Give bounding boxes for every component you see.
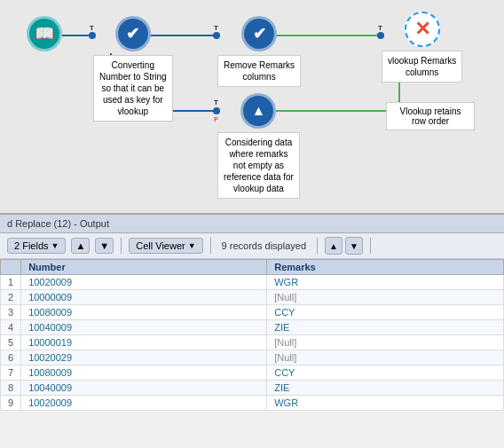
nav-arrows: ▲ ▼ bbox=[325, 237, 363, 255]
cell-viewer-down-icon: ▼ bbox=[188, 241, 196, 250]
cell-remarks: WGR bbox=[267, 275, 504, 290]
table-row: 110020009WGR bbox=[1, 275, 504, 290]
triangle-label: Considering datawhere remarksnot empty a… bbox=[217, 132, 300, 199]
check2-icon: ✔ bbox=[241, 16, 277, 51]
book-node[interactable]: 📖 bbox=[27, 16, 62, 51]
data-table: Number Remarks 110020009WGR210000009[Nul… bbox=[0, 259, 504, 411]
cell-viewer-label: Cell Viewer bbox=[136, 240, 185, 251]
cell-number: 10040009 bbox=[21, 381, 267, 396]
divider3 bbox=[317, 238, 318, 254]
cell-viewer-button[interactable]: Cell Viewer ▼ bbox=[129, 238, 202, 254]
divider1 bbox=[121, 238, 122, 254]
col-header-number: Number bbox=[21, 260, 267, 275]
vlookup-icon: ✕ bbox=[405, 12, 440, 47]
cell-number: 10020009 bbox=[21, 275, 267, 290]
table-row: 510000019[Null] bbox=[1, 335, 504, 350]
cell-id: 7 bbox=[1, 365, 21, 381]
fields-down-icon: ▼ bbox=[51, 241, 59, 250]
cell-number: 10080009 bbox=[21, 365, 267, 381]
table-row: 610020029[Null] bbox=[1, 350, 504, 365]
cell-id: 6 bbox=[1, 350, 21, 365]
output-panel: d Replace (12) - Output 2 Fields ▼ ▲ ▼ C… bbox=[0, 213, 504, 411]
vlookup-label: vlookup Remarkscolumns bbox=[382, 51, 462, 83]
table-row: 810040009ZIE bbox=[1, 381, 504, 396]
fields-down-button[interactable]: ▼ bbox=[95, 238, 114, 254]
cell-remarks: CCY bbox=[267, 305, 504, 320]
toolbar: 2 Fields ▼ ▲ ▼ Cell Viewer ▼ 9 records d… bbox=[0, 233, 504, 259]
data-table-container: Number Remarks 110020009WGR210000009[Nul… bbox=[0, 259, 504, 411]
cell-id: 4 bbox=[1, 320, 21, 335]
cell-number: 10020029 bbox=[21, 350, 267, 365]
table-row: 910020009WGR bbox=[1, 396, 504, 411]
cell-id: 3 bbox=[1, 305, 21, 320]
fields-button[interactable]: 2 Fields ▼ bbox=[7, 238, 66, 254]
check2-label: Remove Remarkscolumns bbox=[217, 55, 301, 87]
check1-node[interactable]: ✔ ConvertingNumber to Stringso that it c… bbox=[93, 16, 173, 122]
cell-id: 5 bbox=[1, 335, 21, 350]
nav-up-button[interactable]: ▲ bbox=[325, 237, 343, 255]
workflow-canvas: 📖 T ✔ ConvertingNumber to Stringso that … bbox=[0, 0, 504, 213]
cell-number: 10080009 bbox=[21, 305, 267, 320]
cell-id: 2 bbox=[1, 290, 21, 305]
check1-icon: ✔ bbox=[115, 16, 151, 51]
cell-id: 1 bbox=[1, 275, 21, 290]
cell-remarks: ZIE bbox=[267, 381, 504, 396]
cell-remarks: [Null] bbox=[267, 350, 504, 365]
cell-remarks: CCY bbox=[267, 365, 504, 381]
check2-node[interactable]: ✔ Remove Remarkscolumns bbox=[217, 16, 301, 87]
triangle-icon: ▲ bbox=[240, 93, 276, 129]
static-label-box: Vlookup retainsrow order bbox=[386, 102, 475, 130]
vlookup-node[interactable]: ✕ vlookup Remarkscolumns bbox=[382, 12, 462, 83]
output-title: d Replace (12) - Output bbox=[7, 218, 109, 229]
records-count: 9 records displayed bbox=[222, 240, 306, 251]
cell-number: 10020009 bbox=[21, 396, 267, 411]
table-row: 210000009[Null] bbox=[1, 290, 504, 305]
nav-down-button[interactable]: ▼ bbox=[345, 237, 363, 255]
records-number: 9 bbox=[222, 240, 227, 251]
col-header-id bbox=[1, 260, 21, 275]
check1-label: ConvertingNumber to Stringso that it can… bbox=[93, 55, 173, 122]
divider4 bbox=[370, 238, 371, 254]
cell-remarks: ZIE bbox=[267, 320, 504, 335]
table-row: 310080009CCY bbox=[1, 305, 504, 320]
table-row: 410040009ZIE bbox=[1, 320, 504, 335]
cell-remarks: [Null] bbox=[267, 290, 504, 305]
output-header: d Replace (12) - Output bbox=[0, 215, 504, 233]
book-icon: 📖 bbox=[27, 16, 62, 51]
triangle-node[interactable]: ▲ Considering datawhere remarksnot empty… bbox=[217, 93, 300, 199]
fields-label: 2 Fields bbox=[14, 240, 49, 251]
cell-remarks: WGR bbox=[267, 396, 504, 411]
cell-number: 10000019 bbox=[21, 335, 267, 350]
cell-number: 10000009 bbox=[21, 290, 267, 305]
records-label: records displayed bbox=[230, 240, 306, 251]
cell-remarks: [Null] bbox=[267, 335, 504, 350]
cell-id: 9 bbox=[1, 396, 21, 411]
cell-id: 8 bbox=[1, 381, 21, 396]
fields-up-button[interactable]: ▲ bbox=[71, 238, 90, 254]
divider2 bbox=[210, 238, 211, 254]
cell-number: 10040009 bbox=[21, 320, 267, 335]
table-row: 710080009CCY bbox=[1, 365, 504, 381]
col-header-remarks: Remarks bbox=[267, 260, 504, 275]
